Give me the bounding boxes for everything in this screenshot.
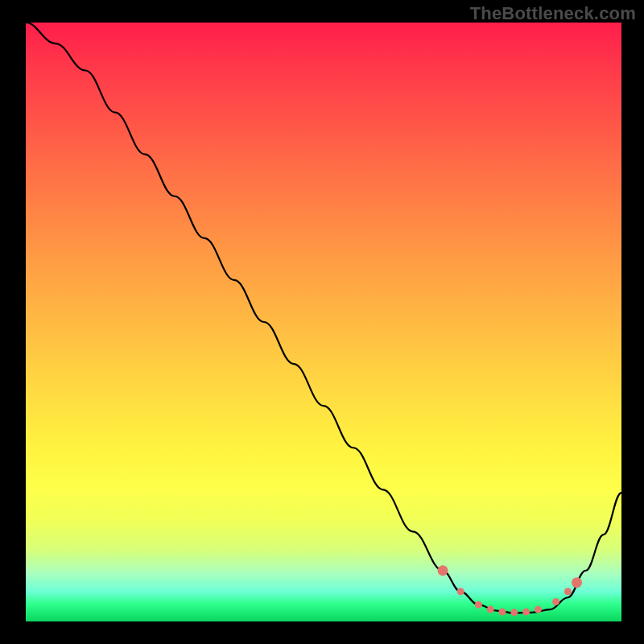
marker-dot — [457, 588, 464, 595]
marker-dot — [572, 577, 582, 588]
marker-dot — [438, 565, 448, 576]
marker-dot — [487, 606, 494, 613]
chart-frame: TheBottleneck.com — [0, 0, 644, 644]
marker-dot — [522, 609, 530, 616]
bottleneck-curve-path — [26, 23, 621, 613]
curve-layer — [26, 23, 621, 621]
marker-dot — [535, 606, 542, 613]
marker-dot — [552, 598, 559, 605]
marker-dot — [564, 588, 572, 595]
marker-dot — [499, 609, 506, 616]
plot-area — [26, 23, 621, 621]
marker-group — [438, 565, 583, 616]
marker-dot — [510, 609, 518, 616]
watermark-text: TheBottleneck.com — [470, 3, 636, 24]
marker-dot — [475, 601, 482, 609]
